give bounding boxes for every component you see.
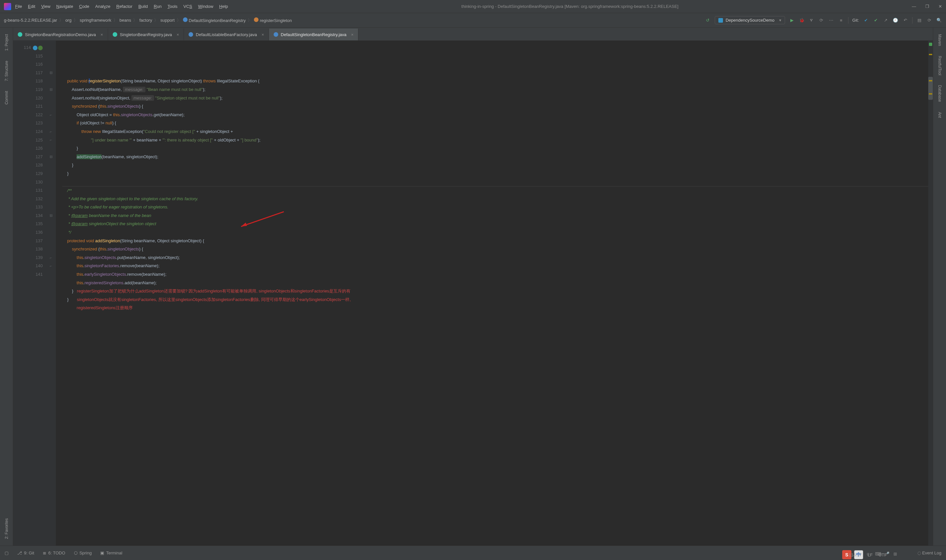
fold-marker[interactable]: ⌐: [46, 254, 56, 262]
tool-window-ant[interactable]: Ant: [937, 112, 942, 118]
line-number[interactable]: 136: [13, 228, 43, 237]
code-line[interactable]: * Add the given singleton object to the …: [62, 195, 933, 203]
event-log-button[interactable]: ◌ Event Log: [917, 551, 941, 555]
fold-marker[interactable]: ⊟: [46, 152, 56, 161]
minimize-icon[interactable]: —: [912, 4, 916, 9]
close-tab-icon[interactable]: ×: [351, 32, 354, 37]
code-line[interactable]: } singletonObjects就没有singletonFactories,…: [62, 295, 933, 304]
fold-marker[interactable]: [46, 144, 56, 152]
close-icon[interactable]: ✕: [938, 4, 942, 9]
fold-marker[interactable]: ⊟: [46, 85, 56, 94]
close-tab-icon[interactable]: ×: [176, 32, 179, 37]
code-line[interactable]: "] under bean name '" + beanName + "': t…: [62, 136, 933, 145]
git-update-icon[interactable]: ✔: [863, 17, 869, 23]
fold-marker[interactable]: [46, 178, 56, 186]
breadcrumb-item[interactable]: org: [65, 18, 72, 23]
fold-marker[interactable]: [46, 237, 56, 245]
attach-icon[interactable]: ⋯: [828, 17, 834, 23]
code-line[interactable]: synchronized (this.singletonObjects) {: [62, 102, 933, 111]
line-number[interactable]: 128: [13, 161, 43, 169]
line-number[interactable]: 141: [13, 270, 43, 279]
override-down-icon[interactable]: [38, 46, 43, 50]
fold-marker[interactable]: [46, 245, 56, 254]
fold-marker[interactable]: ⌐: [46, 262, 56, 270]
status-tool-todo[interactable]: ≣ 6: TODO: [43, 551, 65, 555]
menu-tools[interactable]: Tools: [168, 4, 177, 9]
override-up-icon[interactable]: [33, 46, 37, 50]
fold-marker[interactable]: [46, 228, 56, 237]
tool-window-favorites[interactable]: 2: Favorites: [4, 518, 9, 539]
line-number[interactable]: 130: [13, 178, 43, 186]
code-line[interactable]: public void registerSingleton(String bea…: [62, 77, 933, 85]
line-number[interactable]: 140: [13, 262, 43, 270]
line-number[interactable]: 125: [13, 136, 43, 145]
close-tab-icon[interactable]: ×: [262, 32, 264, 37]
code-line[interactable]: synchronized (this.singletonObjects) {: [62, 245, 933, 254]
tool-window-commit[interactable]: Commit: [4, 91, 9, 105]
fold-marker[interactable]: ⊟: [46, 211, 56, 220]
editor-tab[interactable]: DefaultListableBeanFactory.java×: [184, 29, 269, 40]
fold-marker[interactable]: [46, 94, 56, 102]
line-number[interactable]: 122: [13, 111, 43, 119]
scroll-marker-strip[interactable]: [928, 41, 933, 546]
menu-edit[interactable]: Edit: [28, 4, 35, 9]
fold-marker[interactable]: [46, 60, 56, 69]
breadcrumb-item[interactable]: DefaultSingletonBeanRegistry: [183, 17, 246, 23]
code-line[interactable]: this.earlySingletonObjects.remove(beanNa…: [62, 270, 933, 279]
warning-marker-icon[interactable]: [929, 54, 932, 55]
code-line[interactable]: this.registeredSingletons.add(beanName);: [62, 279, 933, 287]
editor-tab[interactable]: SingletonBeanRegistrationDemo.java×: [13, 29, 108, 40]
line-number[interactable]: 127: [13, 152, 43, 161]
menu-run[interactable]: Run: [154, 4, 162, 9]
menu-help[interactable]: Help: [219, 4, 228, 9]
stop-icon[interactable]: ■: [838, 17, 844, 23]
fold-marker[interactable]: [46, 195, 56, 203]
tool-windows-toggle-icon[interactable]: ▢: [5, 551, 9, 555]
close-tab-icon[interactable]: ×: [100, 32, 103, 37]
code-line[interactable]: registeredSingletons注册顺序: [62, 304, 933, 312]
fold-marker[interactable]: [46, 169, 56, 178]
fold-marker[interactable]: ⌐: [46, 111, 56, 119]
profile-icon[interactable]: ⟳: [818, 17, 824, 23]
fold-marker[interactable]: [46, 270, 56, 279]
menu-window[interactable]: Window: [198, 4, 213, 9]
line-number[interactable]: 124: [13, 128, 43, 136]
line-number[interactable]: 137: [13, 237, 43, 245]
breadcrumb-item[interactable]: support: [160, 18, 174, 23]
search-icon[interactable]: 🔍: [936, 17, 942, 23]
code-line[interactable]: } registerSingleton加了把锁为什么addSingleton还需…: [62, 287, 933, 295]
line-number[interactable]: 123: [13, 119, 43, 128]
code-line[interactable]: * @param beanName the name of the bean: [62, 211, 933, 220]
menu-build[interactable]: Build: [138, 4, 148, 9]
code-area[interactable]: public void registerSingleton(String bea…: [56, 41, 933, 546]
breadcrumb-item[interactable]: registerSingleton: [254, 17, 292, 23]
line-number[interactable]: 121: [13, 102, 43, 111]
status-info[interactable]: 114:17: [849, 552, 862, 557]
maximize-icon[interactable]: ❐: [925, 4, 929, 9]
code-line[interactable]: [62, 178, 933, 186]
code-line[interactable]: Object oldObject = this.singletonObjects…: [62, 111, 933, 119]
tool-window-structure[interactable]: 7: Structure: [4, 61, 9, 81]
fold-marker[interactable]: [46, 203, 56, 211]
fold-marker[interactable]: [46, 102, 56, 111]
git-commit-icon[interactable]: ✔: [873, 17, 879, 23]
fold-marker[interactable]: [46, 43, 56, 52]
fold-marker[interactable]: [46, 119, 56, 128]
menu-file[interactable]: File: [15, 4, 22, 9]
code-line[interactable]: Assert.notNull(singletonObject, message:…: [62, 94, 933, 102]
line-number[interactable]: 134: [13, 211, 43, 220]
fold-marker[interactable]: [46, 186, 56, 195]
line-number[interactable]: 132: [13, 195, 43, 203]
status-tool-terminal[interactable]: ▣ Terminal: [100, 551, 122, 555]
trash-icon[interactable]: ▤: [917, 17, 922, 23]
line-number[interactable]: 126: [13, 144, 43, 152]
coverage-icon[interactable]: ⛛: [809, 17, 815, 23]
code-line[interactable]: throw new IllegalStateException("Could n…: [62, 128, 933, 136]
line-number[interactable]: 133: [13, 203, 43, 211]
status-tool-git[interactable]: ⎇ 9: Git: [17, 551, 34, 555]
menu-vcs[interactable]: VCS: [183, 4, 192, 9]
fold-marker[interactable]: ⌐: [46, 136, 56, 145]
run-config-select[interactable]: DependencySourceDemo: [715, 16, 785, 24]
editor-tab[interactable]: DefaultSingletonBeanRegistry.java×: [269, 29, 359, 40]
fold-marker[interactable]: [46, 77, 56, 85]
